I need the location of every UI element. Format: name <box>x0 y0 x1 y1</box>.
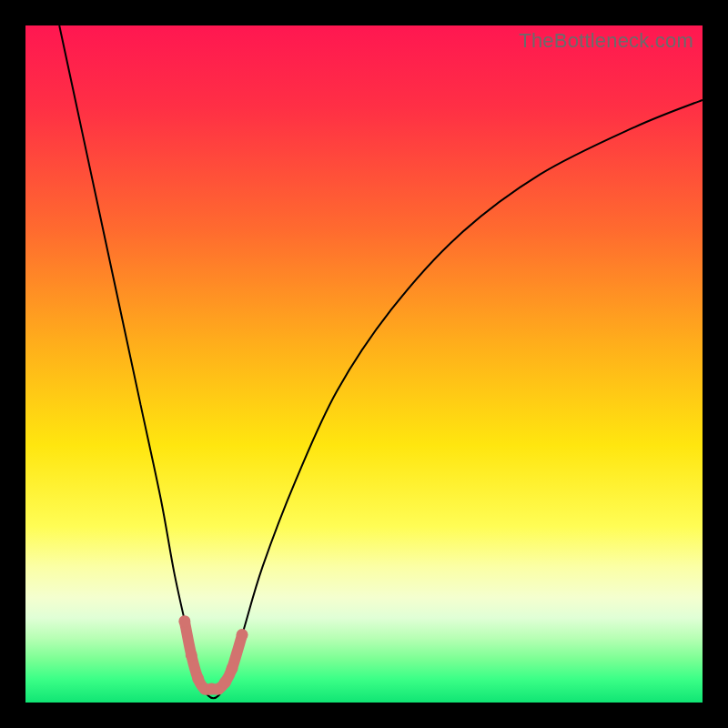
plot-area: TheBottleneck.com <box>25 25 703 703</box>
highlight-dot <box>186 649 197 661</box>
highlight-dot <box>219 676 231 688</box>
watermark-text: TheBottleneck.com <box>519 29 693 53</box>
highlight-dot <box>178 615 190 627</box>
chart-frame: TheBottleneck.com <box>0 0 728 728</box>
series-bottleneck-curve <box>59 25 703 698</box>
curves-layer <box>25 25 703 703</box>
highlight-dot <box>237 629 248 641</box>
highlight-dot <box>192 672 204 684</box>
highlight-dot <box>226 662 238 674</box>
